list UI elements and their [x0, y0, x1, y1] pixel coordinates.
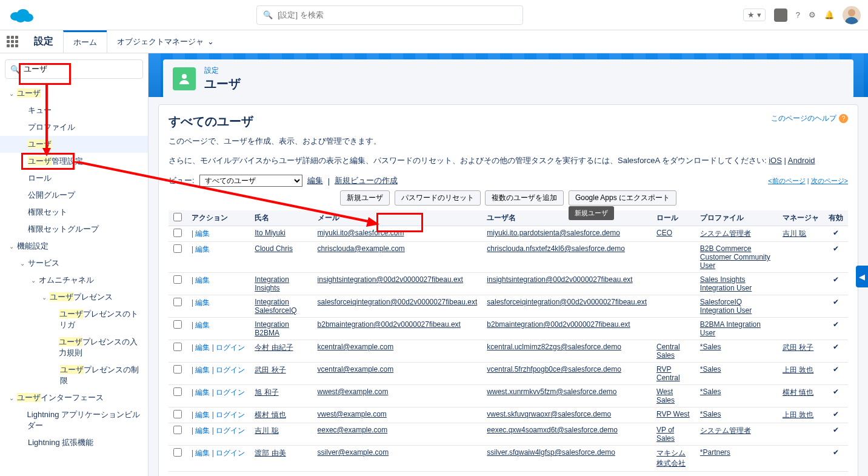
row-checkbox[interactable]	[173, 410, 182, 418]
row-checkbox[interactable]	[173, 244, 182, 253]
user-name-link[interactable]: Integration SalesforceIQ	[255, 298, 296, 315]
user-name-link[interactable]: 横村 慎也	[255, 411, 285, 419]
global-search-input[interactable]	[278, 10, 516, 19]
user-mail-link[interactable]: salesforceiqintegration@00d2v0000027fibe…	[318, 298, 478, 306]
sidebar-item[interactable]: ロール	[0, 170, 148, 187]
side-panel-toggle[interactable]: ◀	[856, 266, 868, 287]
ios-link[interactable]: iOS	[769, 156, 782, 165]
user-role-link[interactable]: マキシム株式会社	[656, 449, 686, 468]
user-mail-link[interactable]: chrisclouda@example.com	[318, 244, 405, 253]
row-checkbox[interactable]	[173, 298, 182, 306]
global-add-button[interactable]: ＋	[774, 8, 787, 22]
login-link[interactable]: ログイン	[216, 411, 245, 419]
user-mail-link[interactable]: miyuki.ito@salesforce.com	[318, 229, 404, 237]
sidebar-item[interactable]: ユーザプレゼンスの制限	[0, 361, 148, 389]
quick-find-input[interactable]	[24, 65, 138, 74]
row-checkbox[interactable]	[173, 365, 182, 374]
edit-link[interactable]: 編集	[195, 245, 210, 253]
user-role-link[interactable]: VP of Sales	[656, 426, 675, 443]
user-manager-link[interactable]: 吉川 聡	[783, 229, 806, 238]
row-checkbox[interactable]	[173, 426, 182, 434]
user-username-link[interactable]: kcentral.uclmimz82zgs@salesforce.demo	[487, 343, 621, 351]
help-icon[interactable]: ?	[796, 10, 800, 19]
col-manager[interactable]: マネージャ	[778, 210, 824, 226]
user-manager-link[interactable]: 武田 秋子	[783, 343, 813, 352]
sidebar-item[interactable]: ユーザプレゼンスの入力規則	[0, 334, 148, 361]
row-checkbox[interactable]	[173, 229, 182, 237]
page-help-link[interactable]: このページのヘルプ?	[771, 113, 848, 124]
user-username-link[interactable]: ssilver.sfqwaiw4lgfsp@salesforce.demo	[487, 448, 615, 457]
row-checkbox[interactable]	[173, 387, 182, 396]
sidebar-item[interactable]: ⌄ユーザ	[0, 85, 148, 102]
user-mail-link[interactable]: vcentral@example.com	[318, 365, 394, 374]
user-name-link[interactable]: 今村 由紀子	[255, 343, 293, 352]
setup-gear-icon[interactable]: ⚙	[809, 10, 816, 19]
reset-password-button[interactable]: パスワードのリセット	[395, 190, 481, 206]
user-manager-link[interactable]: 横村 慎也	[783, 388, 813, 397]
user-role-link[interactable]: Central Sales	[656, 343, 680, 360]
add-multiple-users-button[interactable]: 複数のユーザを追加	[485, 190, 564, 206]
edit-link[interactable]: 編集	[195, 276, 210, 284]
edit-link[interactable]: 編集	[195, 388, 210, 397]
user-role-link[interactable]: RVP West	[656, 410, 690, 418]
sidebar-item[interactable]: キュー	[0, 102, 148, 119]
notifications-icon[interactable]: 🔔	[824, 10, 834, 19]
user-profile-link[interactable]: SalesforceIQ Integration User	[700, 298, 752, 315]
user-username-link[interactable]: eexec.qxw4soamxd6t@salesforce.demo	[487, 426, 618, 434]
user-mail-link[interactable]: wwest@example.com	[318, 387, 389, 396]
user-profile-link[interactable]: *Sales	[700, 410, 721, 418]
user-role-link[interactable]: CEO	[656, 229, 672, 237]
user-username-link[interactable]: vcentral.5frzhfpogb0ce@salesforce.demo	[487, 365, 621, 374]
login-link[interactable]: ログイン	[216, 426, 245, 435]
sidebar-item[interactable]: Lightning 拡張機能	[0, 434, 148, 451]
login-link[interactable]: ログイン	[216, 388, 245, 397]
user-mail-link[interactable]: ssilver@example.com	[318, 448, 389, 457]
user-profile-link[interactable]: *Sales	[700, 343, 721, 351]
user-name-link[interactable]: Cloud Chris	[255, 244, 293, 253]
edit-link[interactable]: 編集	[195, 411, 210, 419]
edit-link[interactable]: 編集	[195, 343, 210, 352]
user-profile-link[interactable]: Sales Insights Integration User	[700, 275, 752, 292]
user-username-link[interactable]: b2bmaintegration@00d2v0000027fibeau.ext	[487, 320, 630, 329]
view-select[interactable]: すべてのユーザ	[199, 175, 302, 187]
user-manager-link[interactable]: 上田 敦也	[783, 411, 813, 419]
user-name-link[interactable]: 渡部 由美	[255, 449, 285, 457]
export-google-apps-button[interactable]: Google Apps にエクスポート	[569, 190, 676, 206]
login-link[interactable]: ログイン	[216, 449, 245, 457]
breadcrumb[interactable]: 設定	[204, 65, 241, 76]
sidebar-item[interactable]: ⌄サービス	[0, 255, 148, 272]
edit-link[interactable]: 編集	[195, 449, 210, 457]
sidebar-item[interactable]: プロファイル	[0, 119, 148, 136]
prev-page-link[interactable]: <前のページ	[768, 177, 805, 184]
app-launcher-icon[interactable]	[0, 30, 24, 53]
android-link[interactable]: Android	[788, 156, 815, 165]
col-active[interactable]: 有効	[824, 210, 848, 226]
new-view-link[interactable]: 新規ビューの作成	[335, 175, 398, 186]
user-name-link[interactable]: 吉川 聡	[255, 426, 278, 435]
user-role-link[interactable]: West Sales	[656, 387, 675, 404]
sidebar-item[interactable]: ユーザ管理設定	[0, 153, 148, 170]
user-mail-link[interactable]: insightsintegration@00d2v0000027fibeau.e…	[318, 275, 463, 284]
edit-link[interactable]: 編集	[195, 298, 210, 307]
sidebar-item[interactable]: 権限セットグループ	[0, 221, 148, 238]
row-checkbox[interactable]	[173, 448, 182, 457]
col-username[interactable]: ユーザ名	[482, 210, 652, 226]
login-link[interactable]: ログイン	[216, 366, 245, 374]
col-mail[interactable]: メール	[313, 210, 482, 226]
new-user-button[interactable]: 新規ユーザ	[340, 190, 390, 206]
user-username-link[interactable]: insightsintegration@00d2v0000027fibeau.e…	[487, 275, 632, 284]
quick-find[interactable]: 🔍	[5, 59, 143, 79]
col-role[interactable]: ロール	[652, 210, 695, 226]
login-link[interactable]: ログイン	[216, 343, 245, 352]
user-profile-link[interactable]: システム管理者	[700, 229, 751, 238]
user-profile-link[interactable]: *Partners	[700, 448, 730, 457]
user-username-link[interactable]: vwest.skfuvqrwaoxr@salesforce.demo	[487, 410, 611, 418]
user-mail-link[interactable]: b2bmaintegration@00d2v0000027fibeau.ext	[318, 320, 461, 329]
favorites-button[interactable]: ★▾	[743, 8, 766, 21]
edit-view-link[interactable]: 編集	[307, 175, 323, 186]
select-all-checkbox[interactable]	[173, 213, 182, 221]
sidebar-item[interactable]: ⌄ユーザインターフェース	[0, 389, 148, 406]
user-profile-link[interactable]: *Sales	[700, 365, 721, 374]
edit-link[interactable]: 編集	[195, 366, 210, 374]
sidebar-item[interactable]: 権限セット	[0, 204, 148, 221]
